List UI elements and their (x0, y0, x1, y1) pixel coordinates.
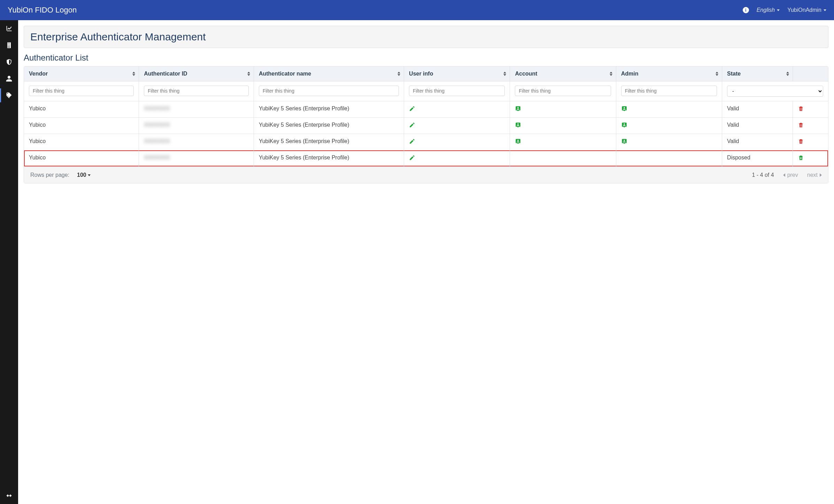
cell-auth-name: YubiKey 5 Series (Enterprise Profile) (254, 134, 404, 150)
edit-icon[interactable] (409, 140, 415, 145)
building-icon (6, 42, 13, 49)
brand-title: YubiOn FIDO Logon (8, 6, 77, 15)
user-menu[interactable]: YubiOnAdmin (787, 7, 826, 13)
admin-badge-icon[interactable] (621, 140, 627, 145)
cell-account (510, 134, 616, 150)
cell-account (510, 150, 616, 167)
col-admin[interactable]: Admin (616, 66, 722, 81)
cell-state: Valid (722, 134, 793, 150)
table-row: YubicoXXXXXXXYubiKey 5 Series (Enterpris… (24, 118, 828, 134)
tag-icon (6, 92, 13, 99)
cell-state: Valid (722, 118, 793, 134)
chevron-right-icon (820, 173, 822, 177)
account-badge-icon[interactable] (515, 107, 521, 113)
table-row: YubicoXXXXXXXYubiKey 5 Series (Enterpris… (24, 101, 828, 118)
edit-icon[interactable] (409, 123, 415, 129)
topbar-right: i English YubiOnAdmin (743, 7, 826, 13)
table-row: YubicoXXXXXXXYubiKey 5 Series (Enterpris… (24, 134, 828, 150)
col-state[interactable]: State (722, 66, 793, 81)
cell-admin (616, 150, 722, 167)
account-badge-icon[interactable] (515, 140, 521, 145)
cell-admin (616, 134, 722, 150)
sort-icon (503, 72, 506, 76)
table-header-row: Vendor Authenticator ID Authenticator na… (24, 66, 828, 81)
edit-icon[interactable] (409, 156, 415, 162)
page-subtitle: Authenticator List (24, 53, 828, 63)
sidebar-item-organization[interactable] (0, 37, 18, 54)
cell-vendor: Yubico (24, 150, 139, 167)
table-filter-row: - (24, 81, 828, 101)
sort-icon (786, 72, 789, 76)
filter-user-info[interactable] (409, 86, 505, 96)
trash-icon[interactable] (798, 140, 804, 145)
chevron-down-icon (824, 9, 826, 11)
chevron-left-icon (783, 173, 785, 177)
sort-icon (716, 72, 718, 76)
cell-auth-name: YubiKey 5 Series (Enterprise Profile) (254, 150, 404, 167)
cell-state: Disposed (722, 150, 793, 167)
cell-user-info (404, 150, 510, 167)
cell-action (793, 118, 828, 134)
language-label: English (757, 7, 775, 13)
account-badge-icon[interactable] (515, 123, 521, 129)
topbar: YubiOn FIDO Logon i English YubiOnAdmin (0, 0, 834, 20)
sort-icon (397, 72, 400, 76)
pagination-range: 1 - 4 of 4 (752, 172, 774, 178)
chevron-down-icon (88, 174, 91, 176)
col-account[interactable]: Account (510, 66, 616, 81)
chart-icon (6, 25, 13, 32)
filter-account[interactable] (515, 86, 611, 96)
edit-icon[interactable] (409, 107, 415, 113)
col-auth-name[interactable]: Authenticator name (254, 66, 404, 81)
cell-auth-id: XXXXXXX (139, 101, 254, 118)
sidebar-item-authenticators[interactable] (0, 87, 18, 104)
cell-admin (616, 101, 722, 118)
cell-user-info (404, 118, 510, 134)
cell-action (793, 134, 828, 150)
cell-user-info (404, 134, 510, 150)
sidebar-toggle[interactable] (0, 487, 18, 504)
col-auth-id[interactable]: Authenticator ID (139, 66, 254, 81)
filter-state[interactable]: - (727, 86, 823, 97)
sidebar-item-dashboard[interactable] (0, 20, 18, 37)
language-menu[interactable]: English (757, 7, 780, 13)
sidebar-item-users[interactable] (0, 70, 18, 87)
filter-admin[interactable] (621, 86, 717, 96)
admin-badge-icon[interactable] (621, 123, 627, 129)
sort-icon (610, 72, 612, 76)
filter-auth-id[interactable] (144, 86, 249, 96)
cell-account (510, 118, 616, 134)
filter-auth-name[interactable] (259, 86, 399, 96)
cell-auth-id: XXXXXXX (139, 118, 254, 134)
user-label: YubiOnAdmin (787, 7, 821, 13)
cell-vendor: Yubico (24, 134, 139, 150)
col-user-info[interactable]: User info (404, 66, 510, 81)
sidebar-item-security[interactable] (0, 54, 18, 70)
admin-badge-icon[interactable] (621, 107, 627, 113)
next-button[interactable]: next (807, 172, 822, 178)
cell-vendor: Yubico (24, 101, 139, 118)
sort-icon (247, 72, 250, 76)
trash-icon[interactable] (798, 107, 804, 113)
restore-icon[interactable] (798, 156, 804, 162)
cell-auth-id: XXXXXXX (139, 150, 254, 167)
table-row: YubicoXXXXXXXYubiKey 5 Series (Enterpris… (24, 150, 828, 167)
col-action (793, 66, 828, 81)
rows-per-page-label: Rows per page: (30, 172, 69, 178)
cell-action (793, 101, 828, 118)
rows-per-page-select[interactable]: 100 (77, 172, 91, 178)
filter-vendor[interactable] (29, 86, 134, 96)
main-content: Enterprise Authenticator Management Auth… (18, 20, 834, 504)
cell-auth-name: YubiKey 5 Series (Enterprise Profile) (254, 118, 404, 134)
expand-icon (6, 492, 13, 499)
cell-state: Valid (722, 101, 793, 118)
user-icon (6, 75, 13, 82)
info-icon[interactable]: i (743, 7, 749, 13)
prev-button[interactable]: prev (783, 172, 798, 178)
col-vendor[interactable]: Vendor (24, 66, 139, 81)
chevron-down-icon (777, 9, 780, 11)
page-header: Enterprise Authenticator Management (24, 26, 828, 48)
trash-icon[interactable] (798, 123, 804, 129)
sort-icon (132, 72, 135, 76)
cell-user-info (404, 101, 510, 118)
